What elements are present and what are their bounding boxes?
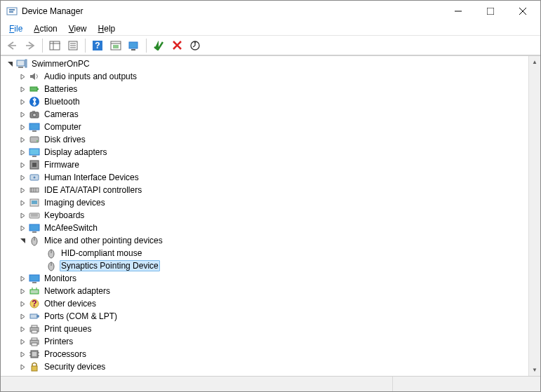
tree-category[interactable]: Batteries xyxy=(2,83,528,95)
vertical-scrollbar[interactable]: ▲ ▼ xyxy=(528,56,540,376)
keyboard-icon xyxy=(29,210,40,221)
expand-arrow-icon[interactable] xyxy=(18,185,27,195)
tree-category[interactable]: Computer xyxy=(2,121,528,133)
tree-category[interactable]: Imaging devices xyxy=(2,196,528,209)
monitor-icon xyxy=(29,222,40,234)
expand-arrow-icon[interactable] xyxy=(18,160,27,170)
expand-arrow-icon[interactable] xyxy=(18,173,27,182)
tree-category[interactable]: Security devices xyxy=(2,360,528,373)
printer-icon xyxy=(29,336,40,347)
processor-icon xyxy=(29,349,40,360)
forward-button[interactable] xyxy=(22,37,39,54)
expand-arrow-icon[interactable] xyxy=(18,299,27,309)
tree-item-label: Imaging devices xyxy=(43,197,107,208)
properties-button[interactable] xyxy=(65,37,81,54)
tree-category[interactable]: Keyboards xyxy=(2,209,528,222)
update-driver-button[interactable] xyxy=(107,37,124,54)
maximize-button[interactable] xyxy=(474,1,507,22)
scan-hardware-button[interactable] xyxy=(126,37,142,54)
expand-arrow-icon[interactable] xyxy=(18,324,27,334)
expand-arrow-icon[interactable] xyxy=(18,273,27,283)
expand-arrow-icon[interactable] xyxy=(18,223,27,233)
expand-arrow-icon[interactable] xyxy=(18,122,27,132)
svg-rect-22 xyxy=(131,49,135,50)
scroll-up-arrow[interactable]: ▲ xyxy=(529,56,540,68)
tree-category[interactable]: Ports (COM & LPT) xyxy=(2,310,528,323)
tree-category[interactable]: Print queues xyxy=(2,323,528,335)
help-button[interactable]: ? xyxy=(89,37,106,54)
close-button[interactable] xyxy=(507,1,539,22)
expand-arrow-icon[interactable] xyxy=(18,349,27,359)
expand-arrow-icon[interactable] xyxy=(18,362,27,372)
tree-category[interactable]: Printers xyxy=(2,335,528,348)
tree-root-computer[interactable]: SwimmerOnPC xyxy=(2,58,528,70)
mouse-icon xyxy=(29,235,40,246)
show-hide-tree-button[interactable] xyxy=(46,37,63,54)
battery-icon xyxy=(29,83,40,95)
expand-arrow-icon[interactable] xyxy=(18,135,27,144)
tree-category[interactable]: Disk drives xyxy=(2,133,528,146)
menubar: File Action View Help xyxy=(1,22,540,36)
disable-device-button[interactable] xyxy=(187,37,203,54)
tree-device[interactable]: HID-compliant mouse xyxy=(2,247,528,259)
expand-arrow-icon[interactable] xyxy=(18,210,27,220)
tree-item-label: SwimmerOnPC xyxy=(30,58,91,69)
expand-arrow-icon[interactable] xyxy=(18,147,27,157)
tree-category[interactable]: Bluetooth xyxy=(2,95,528,108)
scroll-down-arrow[interactable]: ▼ xyxy=(529,364,540,376)
device-tree[interactable]: SwimmerOnPCAudio inputs and outputsBatte… xyxy=(1,56,528,376)
expand-arrow-icon[interactable] xyxy=(18,84,27,94)
collapse-arrow-icon[interactable] xyxy=(5,59,15,69)
menu-file[interactable]: File xyxy=(4,22,28,35)
tree-category[interactable]: Cameras xyxy=(2,108,528,121)
imaging-icon xyxy=(29,197,40,208)
expand-arrow-icon[interactable] xyxy=(18,198,27,208)
tree-category[interactable]: Audio inputs and outputs xyxy=(2,70,528,83)
tree-category[interactable]: IDE ATA/ATAPI controllers xyxy=(2,184,528,196)
mouse-icon xyxy=(46,248,57,259)
hid-icon xyxy=(29,172,40,183)
menu-help-label: elp xyxy=(104,24,115,34)
tree-device[interactable]: Synaptics Pointing Device xyxy=(2,259,528,272)
menu-help[interactable]: Help xyxy=(93,22,121,35)
expand-arrow-icon[interactable] xyxy=(18,286,27,296)
svg-rect-26 xyxy=(17,60,25,66)
tree-category[interactable]: Monitors xyxy=(2,272,528,285)
tree-category[interactable]: Firmware xyxy=(2,158,528,171)
back-button[interactable] xyxy=(4,37,20,54)
tree-item-label: Print queues xyxy=(43,323,93,334)
tree-category[interactable]: Human Interface Devices xyxy=(2,171,528,184)
uninstall-device-button[interactable] xyxy=(168,37,185,54)
content-area: SwimmerOnPCAudio inputs and outputsBatte… xyxy=(1,55,540,376)
svg-rect-2 xyxy=(9,11,13,13)
tree-item-label: Display adapters xyxy=(43,147,108,158)
collapse-arrow-icon[interactable] xyxy=(18,236,27,245)
expand-arrow-icon[interactable] xyxy=(18,97,27,107)
menu-action[interactable]: Action xyxy=(28,22,62,35)
speaker-icon xyxy=(29,71,40,82)
window-title: Device Manager xyxy=(22,6,442,16)
tree-item-label: IDE ATA/ATAPI controllers xyxy=(43,184,143,196)
tree-category[interactable]: Network adapters xyxy=(2,285,528,297)
minimize-button[interactable] xyxy=(442,1,474,22)
menu-action-label: ction xyxy=(39,24,57,34)
expand-arrow-icon[interactable] xyxy=(18,109,27,119)
expand-arrow-icon[interactable] xyxy=(18,311,27,321)
firmware-icon xyxy=(29,159,40,170)
svg-rect-42 xyxy=(32,163,36,167)
svg-rect-30 xyxy=(37,88,39,90)
enable-device-button[interactable] xyxy=(150,37,167,54)
expand-arrow-icon[interactable] xyxy=(18,337,27,346)
expand-arrow-icon[interactable] xyxy=(18,72,27,81)
tree-category[interactable]: Processors xyxy=(2,348,528,360)
tree-item-label: Cameras xyxy=(43,109,80,120)
monitor-icon xyxy=(29,121,40,133)
tree-category[interactable]: McAfeeSwitch xyxy=(2,222,528,234)
tree-category[interactable]: Display adapters xyxy=(2,146,528,158)
menu-view[interactable]: View xyxy=(63,22,93,35)
tree-category[interactable]: ?Other devices xyxy=(2,297,528,310)
network-icon xyxy=(29,285,40,297)
port-icon xyxy=(29,311,40,322)
svg-rect-83 xyxy=(32,366,37,371)
tree-category[interactable]: Mice and other pointing devices xyxy=(2,234,528,247)
